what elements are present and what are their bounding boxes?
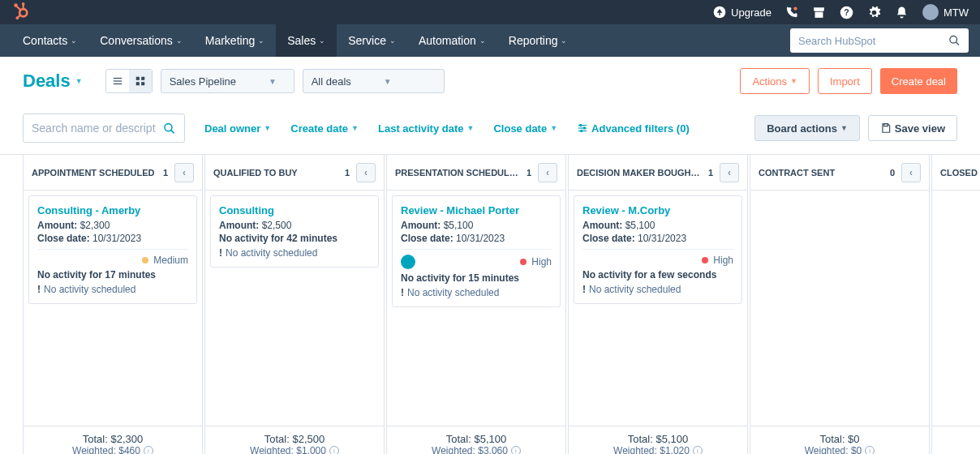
info-icon[interactable]: i [144,446,153,454]
import-button[interactable]: Import [818,68,872,94]
info-icon[interactable]: i [865,446,875,454]
nav-item-automation[interactable]: Automation⌄ [407,24,497,57]
create-deal-button[interactable]: Create deal [880,68,957,94]
column-footer: Total: $5,100Weighted: $1,020 i [568,426,748,454]
info-icon[interactable]: i [329,446,339,454]
list-view-button[interactable] [106,70,129,92]
pipeline-select-label: Sales Pipeline [170,75,236,88]
bell-icon[interactable] [895,5,909,19]
pipeline-select[interactable]: Sales Pipeline▼ [161,69,294,93]
no-activity-text: !No activity scheduled [582,284,733,295]
pipeline-column: CLOSED0‹Total: $0Weighted: $0 i [931,155,980,454]
nav-item-reporting[interactable]: Reporting⌄ [497,24,579,57]
filter-create-date[interactable]: Create date▼ [290,122,359,135]
page-toolbar: Deals ▼ Sales Pipeline▼ All deals▼ Actio… [0,57,980,105]
deal-card[interactable]: ConsultingAmount: $2,500No activity for … [210,195,379,268]
info-icon[interactable]: i [693,446,703,454]
chevron-down-icon: ⌄ [479,36,486,45]
upgrade-label: Upgrade [731,6,772,19]
chevron-down-icon: ⌄ [71,36,77,45]
chevron-down-icon: ▼ [467,124,475,132]
column-name: CLOSED [940,168,980,178]
save-view-button[interactable]: Save view [868,115,957,141]
column-body[interactable] [931,191,980,426]
board-view-button[interactable] [129,70,152,92]
board-actions-button[interactable]: Board actions▼ [754,115,860,141]
column-total: Total: $5,100 [392,433,561,445]
column-weighted: Weighted: $1,020 i [613,445,703,454]
svg-line-5 [18,15,20,18]
filter-deal-owner[interactable]: Deal owner▼ [204,122,271,135]
deals-filter-label: All deals [312,75,351,88]
svg-point-4 [22,2,25,6]
no-activity-text: !No activity scheduled [401,287,552,298]
column-header: CONTRACT SENT0‹ [750,155,930,191]
page-title-dropdown[interactable]: Deals ▼ [23,71,83,92]
account-menu[interactable]: MTW [922,4,969,20]
no-activity-text: !No activity scheduled [37,284,188,295]
column-name: APPOINTMENT SCHEDULED [32,168,157,178]
column-body[interactable]: ConsultingAmount: $2,500No activity for … [204,191,385,426]
svg-point-26 [583,127,585,129]
priority-badge: Medium [142,255,188,266]
filter-close-date[interactable]: Close date▼ [493,122,557,135]
chevron-down-icon: ▼ [790,77,797,85]
global-search[interactable] [790,28,969,53]
column-footer: Total: $5,100Weighted: $3,060 i [386,426,566,454]
chevron-down-icon: ▼ [840,124,848,132]
search-deals-input[interactable] [32,122,163,135]
column-body[interactable]: Review - M.CorbyAmount: $5,100Close date… [568,191,748,426]
priority-dot [702,257,708,263]
column-footer: Total: $2,500Weighted: $1,000 i [204,426,385,454]
nav-item-contacts[interactable]: Contacts⌄ [11,24,88,57]
help-icon[interactable]: ? [840,5,854,19]
column-body[interactable] [750,191,930,426]
deal-card[interactable]: Consulting - AmerbyAmount: $2,300Close d… [28,195,197,304]
chevron-down-icon: ▼ [351,124,359,132]
svg-line-2 [17,6,21,11]
column-collapse-button[interactable]: ‹ [174,163,194,182]
column-collapse-button[interactable]: ‹ [720,163,739,182]
deals-filter-select[interactable]: All deals▼ [303,69,445,93]
pipeline-column: PRESENTATION SCHEDULED1‹Review - Michael… [386,155,566,454]
marketplace-icon[interactable] [812,5,827,19]
filter-last-activity[interactable]: Last activity date▼ [378,122,474,135]
owner-avatar [401,255,415,269]
global-search-input[interactable] [798,35,948,47]
column-body[interactable]: Review - Michael PorterAmount: $5,100Clo… [386,191,566,426]
column-count: 1 [163,168,168,178]
info-icon[interactable]: i [511,446,521,454]
actions-button[interactable]: Actions▼ [740,68,810,94]
column-name: DECISION MAKER BOUGHT-… [577,168,702,178]
search-icon [948,34,961,47]
column-collapse-button[interactable]: ‹ [356,163,376,182]
phone-icon[interactable] [784,5,799,19]
deal-title: Review - M.Corby [582,204,733,216]
svg-line-13 [956,42,959,45]
column-name: QUALIFIED TO BUY [213,168,338,178]
column-footer: Total: $2,300Weighted: $460 i [23,426,203,454]
column-count: 1 [345,168,350,178]
advanced-filters[interactable]: Advanced filters (0) [577,122,690,135]
pipeline-column: APPOINTMENT SCHEDULED1‹Consulting - Amer… [23,155,203,454]
column-header: QUALIFIED TO BUY1‹ [204,155,385,191]
gear-icon[interactable] [867,5,882,19]
column-collapse-button[interactable]: ‹ [901,163,921,182]
deal-card[interactable]: Review - M.CorbyAmount: $5,100Close date… [574,195,742,304]
hubspot-logo[interactable] [11,2,29,23]
svg-point-8 [794,6,797,10]
column-collapse-button[interactable]: ‹ [538,163,557,182]
column-weighted: Weighted: $3,060 i [432,445,521,454]
nav-item-service[interactable]: Service⌄ [337,24,407,57]
upgrade-button[interactable]: Upgrade [713,6,772,19]
nav-item-marketing[interactable]: Marketing⌄ [194,24,276,57]
column-body[interactable]: Consulting - AmerbyAmount: $2,300Close d… [23,191,203,426]
deal-card[interactable]: Review - Michael PorterAmount: $5,100Clo… [392,195,561,307]
deal-title: Consulting [219,204,370,216]
nav-item-conversations[interactable]: Conversations⌄ [88,24,194,57]
search-deals[interactable] [23,114,185,143]
chevron-down-icon: ▼ [550,124,557,132]
nav-item-sales[interactable]: Sales⌄ [276,24,337,57]
save-icon [880,122,892,134]
column-name: PRESENTATION SCHEDULED [395,168,520,178]
